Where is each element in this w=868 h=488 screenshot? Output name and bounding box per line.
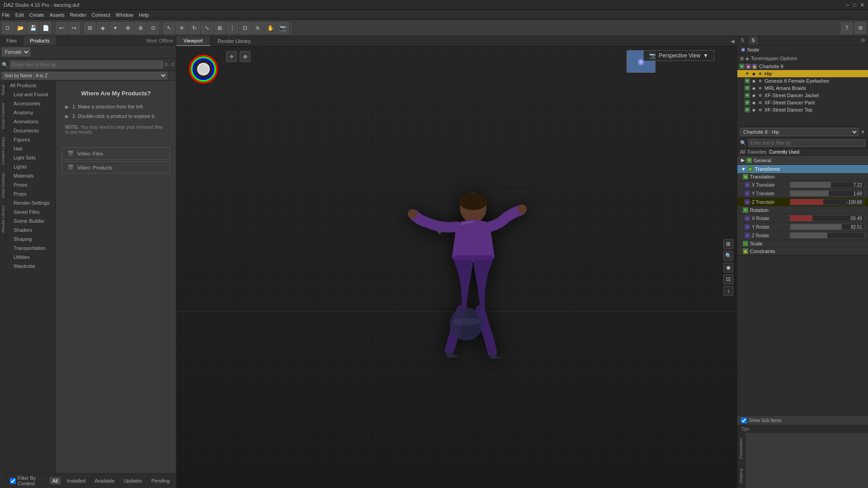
- draw-settings-strip[interactable]: Draw Settings: [0, 169, 6, 202]
- lock-icon-braids[interactable]: ⚙: [757, 85, 763, 91]
- sort-select[interactable]: Sort by Name : A to Z: [2, 72, 167, 80]
- undo-button[interactable]: ↩: [56, 22, 67, 34]
- tab-products[interactable]: Products: [24, 36, 56, 45]
- eye-icon-pant[interactable]: 👁: [745, 100, 750, 105]
- lock-icon-charlotte[interactable]: 🔒: [752, 64, 757, 69]
- nav-accessories[interactable]: Accessories: [6, 99, 56, 108]
- nav-poses[interactable]: Poses: [6, 180, 56, 189]
- nav-props[interactable]: Props: [6, 189, 56, 198]
- nav-shaders[interactable]: Shaders: [6, 225, 56, 235]
- prop-group-general-header[interactable]: ▶ ⚙ General: [737, 156, 868, 164]
- render-icon-eyelash[interactable]: ◉: [751, 78, 756, 84]
- nav-figures[interactable]: Figures: [6, 135, 56, 144]
- filter-pending[interactable]: Pending: [149, 477, 172, 484]
- lock-icon-hip[interactable]: ⚙: [757, 71, 763, 76]
- tool10[interactable]: 🖱: [252, 22, 264, 34]
- scene-item-eyelashes[interactable]: 👁 ◉ ⚙ Genesis 8 Female Eyelashes: [737, 77, 868, 84]
- eye-icon-top[interactable]: 👁: [745, 107, 750, 113]
- viewport-options[interactable]: ◀: [728, 37, 737, 46]
- tool6[interactable]: ⊙: [147, 22, 159, 34]
- video-files-btn[interactable]: 🎬 Video: Files: [61, 147, 170, 160]
- menu-assets[interactable]: Assets: [50, 12, 65, 18]
- props-search-input[interactable]: [748, 139, 865, 147]
- main-viewport[interactable]: ✛ ⊕ ✛: [176, 47, 737, 488]
- nav-anatomy[interactable]: Anatomy: [6, 108, 56, 117]
- lock-icon-top[interactable]: ⚙: [757, 107, 763, 113]
- rp-tab-second[interactable]: S: [748, 36, 759, 45]
- z-rotate-bar[interactable]: [790, 232, 864, 239]
- nav-shaping[interactable]: Shaping: [6, 235, 56, 244]
- menu-help[interactable]: Help: [139, 12, 149, 18]
- nav-scene-builder[interactable]: Scene Builder: [6, 216, 56, 225]
- search-input[interactable]: [10, 61, 163, 69]
- nav-transportation[interactable]: Transportation: [6, 244, 56, 253]
- vp-view2[interactable]: ⊡: [723, 274, 733, 284]
- tool11[interactable]: ✋: [264, 22, 276, 34]
- nav-all-products[interactable]: All Products: [6, 81, 56, 90]
- nav-light-sets[interactable]: Light Sets: [6, 153, 56, 162]
- prop-group-transforms-header[interactable]: ▼ ⊞ Transforms: [737, 165, 868, 173]
- work-offline-label[interactable]: Work Offline: [143, 36, 176, 45]
- constraints-subgroup[interactable]: 🔒 Constraints: [737, 248, 868, 255]
- menu-render[interactable]: Render: [70, 12, 86, 18]
- minimize-button[interactable]: ─: [845, 2, 849, 8]
- menu-edit[interactable]: Edit: [15, 12, 24, 18]
- move-tool[interactable]: ✛: [176, 22, 188, 34]
- menu-create[interactable]: Create: [29, 12, 44, 18]
- smart-content-strip[interactable]: Smart Content: [0, 99, 6, 133]
- pf-currently-used[interactable]: Currently Used: [769, 150, 799, 155]
- x-translate-bar[interactable]: 7.22: [790, 182, 864, 188]
- parameters-tab[interactable]: Parameters: [738, 433, 745, 464]
- tab-render-library[interactable]: Render Library: [211, 37, 259, 46]
- tool7[interactable]: ⊠: [214, 22, 226, 34]
- save-as-button[interactable]: 📄: [40, 22, 52, 34]
- render-icon-pant[interactable]: ◉: [751, 100, 756, 105]
- vp-zoom-fit[interactable]: ⊞: [723, 239, 733, 249]
- rp-tab-scene[interactable]: S: [737, 36, 748, 45]
- vp-tool1[interactable]: ✛: [226, 51, 237, 62]
- close-button[interactable]: ✕: [860, 2, 864, 8]
- render-icon-hip[interactable]: ◉: [751, 71, 756, 76]
- scene-item-charlotte[interactable]: 👁 ◉ 🔒 Charlotte 8: [737, 63, 868, 70]
- scene-item-jacket[interactable]: 👁 ◉ ⚙ XF-Street Dancer Jacket: [737, 92, 868, 99]
- tonemapper-label[interactable]: Tonemapper Options: [751, 56, 797, 61]
- tool12[interactable]: 📷: [277, 22, 289, 34]
- nav-animations[interactable]: Animations: [6, 117, 56, 126]
- new-button[interactable]: 🗋: [2, 22, 14, 34]
- pf-all[interactable]: All: [740, 150, 745, 155]
- eye-icon-hip[interactable]: 👁: [745, 71, 750, 76]
- nav-render-settings[interactable]: Render-Settings: [6, 198, 56, 207]
- settings-btn[interactable]: ⚙: [854, 22, 866, 34]
- tool4[interactable]: ⊕: [122, 22, 134, 34]
- nav-utilities[interactable]: Utilities: [6, 253, 56, 262]
- redo-button[interactable]: ↪: [68, 22, 80, 34]
- rotation-subgroup[interactable]: ↻ Rotation: [737, 206, 868, 214]
- vp-view3[interactable]: ↕: [723, 286, 733, 296]
- filter-available[interactable]: Available: [92, 477, 117, 484]
- nav-wardrobe[interactable]: Wardrobe: [6, 262, 56, 271]
- props-dropdown-btn[interactable]: ▼: [860, 129, 865, 135]
- x-rotate-bar[interactable]: -55.45: [790, 215, 864, 221]
- video-products-btn[interactable]: 🎬 Video: Products: [61, 161, 170, 174]
- render-icon-top[interactable]: ◉: [751, 107, 756, 113]
- eye-icon-eyelash[interactable]: 👁: [745, 78, 750, 84]
- menu-window[interactable]: Window: [116, 12, 133, 18]
- render-icon-jacket[interactable]: ◉: [751, 93, 756, 98]
- nav-documents[interactable]: Documents: [6, 126, 56, 135]
- rp-options[interactable]: ⚙: [858, 36, 868, 45]
- translation-subgroup[interactable]: ⊞ Translation: [737, 173, 868, 181]
- restore-button[interactable]: □: [853, 2, 856, 8]
- nav-hair[interactable]: Hair: [6, 144, 56, 153]
- content-library-strip[interactable]: Content Library: [0, 133, 6, 169]
- filter-installed[interactable]: Installed: [64, 477, 88, 484]
- vp-tool2[interactable]: ⊕: [240, 51, 250, 62]
- nav-saved-files[interactable]: Saved Files: [6, 207, 56, 216]
- eye-icon-charlotte[interactable]: 👁: [739, 64, 745, 69]
- scene-item-braids[interactable]: 👁 ◉ ⚙ MRL Amara Braids: [737, 84, 868, 92]
- filter-all[interactable]: All: [50, 477, 61, 484]
- eye-icon-braids[interactable]: 👁: [745, 85, 750, 91]
- sort-options-btn[interactable]: ⋮: [169, 73, 174, 79]
- node-selector[interactable]: Charlotte 8 : Hip: [740, 128, 859, 136]
- menu-file[interactable]: File: [2, 12, 10, 18]
- open-button[interactable]: 📂: [14, 22, 26, 34]
